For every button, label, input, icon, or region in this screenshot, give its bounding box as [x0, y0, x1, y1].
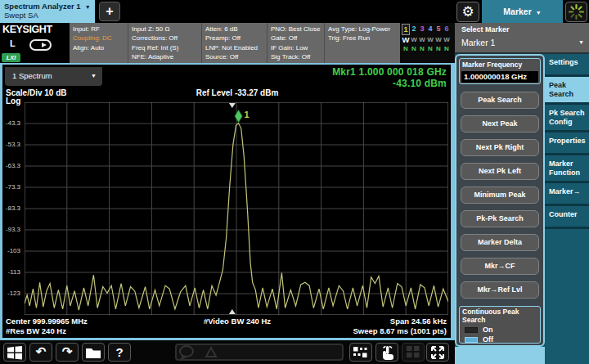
tab-marker-to[interactable]: Marker→ — [545, 183, 589, 206]
next-peak-button[interactable]: Next Peak — [461, 115, 539, 133]
marker-readout-frequency: Mkr1 1.000 000 018 GHz — [332, 67, 447, 79]
folder-icon[interactable] — [82, 343, 105, 362]
marker-frequency-label: Marker Frequency — [460, 59, 540, 69]
brand-block: KEYSIGHT L LXI — [0, 23, 70, 63]
marker-number-label: 1 — [245, 110, 250, 119]
sysinfo-line: PNO: Best Close — [271, 25, 324, 34]
sysinfo-input-column[interactable]: Input: RF Coupling: DC Align: Auto — [70, 23, 128, 63]
undo-icon[interactable]: ↶ — [29, 343, 52, 362]
chevron-down-icon: ▼ — [536, 10, 542, 16]
mkr-to-ref-lvl-button[interactable]: Mkr→Ref Lvl — [461, 281, 539, 299]
minimum-peak-button[interactable]: Minimum Peak — [461, 186, 539, 204]
trace-number: 6 — [443, 24, 451, 35]
marker-readout-amplitude: -43.10 dBm — [332, 79, 447, 90]
help-icon[interactable]: ? — [108, 343, 131, 362]
sysinfo-line: Gate: Off — [271, 34, 324, 43]
trace-status-block[interactable]: 123456 WWWWWW NNNNNN — [400, 23, 455, 63]
marker-menu-label: Marker — [503, 7, 531, 16]
center-freq-bottom-indicator — [229, 309, 236, 314]
pk-pk-search-button[interactable]: Pk-Pk Search — [461, 210, 539, 227]
redo-icon[interactable]: ↷ — [56, 343, 79, 362]
y-axis-tick-label: -43.3 — [0, 119, 20, 127]
instrument-tab-title: Spectrum Analyzer 1 — [4, 2, 81, 11]
windows-icon[interactable] — [3, 343, 26, 362]
layout-tiles-icon[interactable] — [349, 343, 372, 362]
y-axis-tick-label: -93.3 — [0, 226, 20, 233]
next-pk-left-button[interactable]: Next Pk Left — [461, 163, 539, 180]
cps-on-option[interactable]: On — [465, 326, 540, 334]
res-bw-label[interactable]: #Res BW 240 Hz — [6, 326, 66, 335]
tab-counter[interactable]: Counter — [545, 206, 589, 229]
sysinfo-line: Freq Ref: Int (S) — [132, 43, 201, 52]
ref-level-label[interactable]: Ref Level -33.27 dBm — [131, 88, 344, 97]
sysinfo-line: Source: Off — [205, 52, 267, 61]
tab-peak-search[interactable]: Peak Search — [545, 77, 589, 105]
marker-frequency-input[interactable]: 1.000000018 GHz — [461, 71, 538, 83]
tab-pk-search-config[interactable]: Pk Search Config — [545, 105, 589, 133]
sysinfo-line: Preamp: Off — [205, 34, 267, 43]
y-axis-tick-label: -63.3 — [0, 162, 20, 169]
tab-marker-function[interactable]: Marker Function — [545, 155, 589, 183]
add-tab-button[interactable]: + — [99, 2, 120, 21]
center-frequency-label[interactable]: Center 999.99965 MHz — [6, 317, 88, 326]
instrument-tab[interactable]: Spectrum Analyzer 1▼ Swept SA — [0, 0, 95, 23]
sysinfo-avg-column[interactable]: Avg Type: Log-Power Trig: Free Run — [324, 23, 400, 63]
y-axis-tick-label: -73.3 — [0, 183, 20, 191]
expand-icon[interactable] — [426, 343, 449, 362]
mkr-to-cf-button[interactable]: Mkr→CF — [461, 258, 539, 275]
y-axis-labels: -43.3-53.3-63.3-73.3-83.3-93.3-103-113-1… — [0, 102, 22, 315]
marker-readout: Mkr1 1.000 000 018 GHz -43.10 dBm — [332, 67, 447, 89]
sysinfo-atten-column[interactable]: Atten: 6 dB Preamp: Off LNP: Not Enabled… — [201, 23, 267, 63]
peak-search-button[interactable]: Peak Search — [461, 92, 539, 109]
local-mode-indicator: L — [10, 38, 16, 48]
select-marker-value: Marker 1 — [461, 38, 495, 47]
marker-delta-button[interactable]: Marker Delta — [461, 234, 539, 251]
sysinfo-line: Input: RF — [73, 25, 128, 34]
trace-number: 4 — [426, 24, 434, 35]
gear-icon[interactable]: ⚙ — [456, 2, 479, 22]
sysinfo-line: IF Gain: Low — [271, 43, 324, 52]
trace-state: N — [426, 44, 434, 53]
video-bw-label[interactable]: #Video BW 240 Hz — [147, 317, 327, 326]
cps-off-swatch — [465, 337, 478, 343]
trace-type: W — [402, 35, 410, 44]
trace-state: N — [418, 44, 426, 53]
cps-off-option[interactable]: Off — [465, 335, 540, 344]
sysinfo-line: NFE: Adaptive — [132, 52, 201, 61]
trace-selector-dropdown[interactable]: 1 Spectrum▼ — [5, 67, 102, 86]
system-info-bar: Input: RF Coupling: DC Align: Auto Input… — [70, 23, 400, 63]
trace-number: 3 — [418, 24, 426, 35]
tab-settings[interactable]: Settings — [545, 54, 589, 77]
cps-off-label: Off — [483, 335, 493, 344]
sweep-time-label[interactable]: Sweep 8.67 ms (1001 pts) — [353, 326, 447, 335]
sysinfo-line: LNP: Not Enabled — [205, 43, 267, 52]
spectrum-plot[interactable]: 1 — [25, 102, 448, 315]
y-axis-tick-label: -83.3 — [0, 204, 20, 212]
marker-menu-header[interactable]: Marker▼ — [482, 0, 563, 23]
marker-menu-panel: Select Marker Marker 1 ▼ Marker Frequenc… — [455, 23, 589, 364]
trace-type: W — [410, 35, 418, 44]
sysinfo-line: Sig Track: Off — [271, 52, 324, 61]
keysight-logo: KEYSIGHT — [2, 24, 52, 35]
next-pk-right-button[interactable]: Next Pk Right — [461, 139, 539, 156]
cps-on-swatch — [465, 327, 478, 333]
sysinfo-line: Trig: Free Run — [328, 34, 400, 43]
trace-number: 5 — [434, 24, 443, 35]
trace-type: W — [418, 35, 426, 44]
sysinfo-impedance-column[interactable]: Input Z: 50 Ω Corrections: Off Freq Ref:… — [128, 23, 201, 63]
tab-properties[interactable]: Properties — [545, 133, 589, 155]
marker-frequency-group[interactable]: Marker Frequency 1.000000018 GHz — [459, 58, 541, 84]
y-axis-tick-label: -123 — [0, 290, 20, 297]
sysinfo-pno-column[interactable]: PNO: Best Close Gate: Off IF Gain: Low S… — [267, 23, 324, 63]
sysinfo-line: Align: Auto — [73, 43, 128, 52]
marker-diamond[interactable] — [235, 110, 242, 123]
span-label[interactable]: Span 24.56 kHz — [390, 317, 447, 326]
continuous-sweep-icon — [29, 39, 52, 51]
select-marker-dropdown[interactable]: Select Marker Marker 1 ▼ — [455, 23, 589, 54]
chevron-down-icon: ▼ — [578, 39, 584, 45]
sysinfo-line: Coupling: DC — [73, 34, 128, 43]
lxi-badge: LXI — [2, 53, 20, 62]
triangle-icon — [206, 348, 216, 357]
cps-on-label: On — [483, 326, 493, 334]
touch-icon[interactable] — [375, 343, 398, 362]
